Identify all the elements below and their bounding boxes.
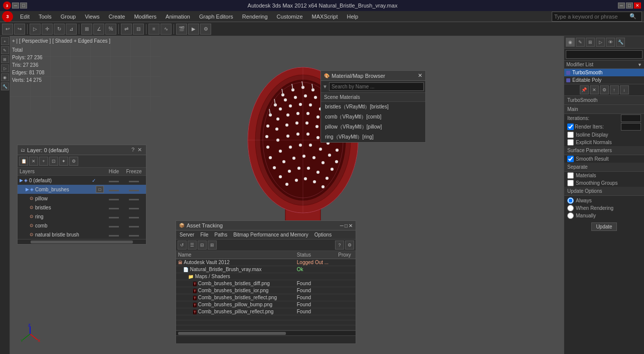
layer-add-sel-btn[interactable]: + <box>39 157 48 166</box>
layer-0-frz[interactable]: ▬▬ <box>104 178 124 183</box>
asset-panel-close-btn[interactable]: ✕ <box>349 223 353 228</box>
undo-btn[interactable]: ↩ <box>2 24 13 35</box>
asset-grid-btn[interactable]: ⊞ <box>208 241 217 250</box>
rp-search-input[interactable]: bristles <box>566 50 642 59</box>
layer-row-default[interactable]: ▶ ◈ 0 (default) ✓ ▬▬ ▬▬ <box>18 176 146 185</box>
win-control-minimize-btn[interactable]: ─ <box>12 3 19 9</box>
redo-btn[interactable]: ↪ <box>14 24 25 35</box>
asset-filter-btn[interactable]: ⊟ <box>198 241 207 250</box>
win-control-maximize-btn[interactable]: □ <box>20 3 27 9</box>
asset-menu-file[interactable]: File <box>199 231 210 238</box>
hierarchy-icon[interactable]: ⊞ <box>1 55 9 63</box>
turbsmooth-section-header[interactable]: TurboSmooth <box>564 96 644 105</box>
scale-btn[interactable]: ⊿ <box>66 24 77 35</box>
manually-radio[interactable] <box>567 212 574 219</box>
asset-list-btn[interactable]: ☰ <box>188 241 197 250</box>
win-control-min2-btn[interactable]: ─ <box>618 3 625 9</box>
smooth-result-checkbox[interactable] <box>567 156 574 162</box>
layer-comb-vis[interactable]: ▬▬ <box>104 187 124 192</box>
layer-ring-vis[interactable]: ▬▬ <box>104 214 124 219</box>
snap-btn[interactable]: ⊞ <box>81 24 92 35</box>
win-control-max2-btn[interactable]: □ <box>626 3 633 9</box>
layer-panel-title[interactable]: 🗂 Layer: 0 (default) ? ✕ <box>18 145 146 155</box>
material-search-input[interactable] <box>329 82 424 91</box>
asset-help-btn[interactable]: ? <box>335 241 344 250</box>
layer-row-natural-bristle[interactable]: ⊙ natural bristle brush ▬▬ ▬▬ <box>18 230 146 239</box>
rp-icon-4[interactable]: ▷ <box>596 38 605 47</box>
layer-btn[interactable]: ≡ <box>148 24 159 35</box>
rp-icon-2[interactable]: ✎ <box>576 38 585 47</box>
iterations-input[interactable]: 0 <box>621 114 641 122</box>
main-section-header[interactable]: Main <box>564 105 644 114</box>
layer-0-frz2[interactable]: ▬▬ <box>124 178 144 183</box>
menu-item-modifiers[interactable]: Modifiers <box>130 13 160 21</box>
angle-snap-btn[interactable]: ∠ <box>93 24 104 35</box>
layer-comb-frz[interactable]: ▬▬ <box>124 187 144 192</box>
layer-panel-close-btn[interactable]: ✕ <box>136 147 143 153</box>
asset-menu-server[interactable]: Server <box>178 231 196 238</box>
material-item-bristles[interactable]: bristles（VRayMtl）[bristles] <box>321 102 425 112</box>
render-iters-checkbox[interactable] <box>567 124 574 130</box>
motion-icon[interactable]: ▷ <box>1 64 9 72</box>
layer-row-bristles[interactable]: ⊙ bristles ▬▬ ▬▬ <box>18 203 146 212</box>
layer-panel-help-btn[interactable]: ? <box>130 147 135 153</box>
rp-icon-6[interactable]: 🔧 <box>616 38 625 47</box>
layer-row-ring[interactable]: ⊙ ring ▬▬ ▬▬ <box>18 212 146 221</box>
layer-0-vis[interactable]: ✓ <box>84 178 104 183</box>
asset-menu-options[interactable]: Options <box>313 231 333 238</box>
menu-item-group[interactable]: Group <box>57 13 80 21</box>
stack-move-down-btn[interactable]: ↓ <box>620 85 629 94</box>
material-panel-close-btn[interactable]: ✕ <box>418 72 422 79</box>
asset-row-vault[interactable]: 🏛 Autodesk Vault 2012 Logged Out ... <box>176 259 356 266</box>
menu-item-rendering[interactable]: Rendering <box>238 13 272 21</box>
asset-row-ior[interactable]: T Comb_brushes_bristles_ior.png Found <box>176 287 356 294</box>
render-btn[interactable]: ▶ <box>188 24 199 35</box>
layer-scroll-thumb[interactable] <box>31 241 133 244</box>
layer-pillow-frz[interactable]: ▬▬ <box>124 196 144 201</box>
render-settings-btn[interactable]: ⚙ <box>200 24 211 35</box>
select-btn[interactable]: ▷ <box>30 24 41 35</box>
asset-menu-bitmap[interactable]: Bitmap Performance and Memory <box>232 231 310 238</box>
asset-menu-paths[interactable]: Paths <box>213 231 229 238</box>
modifier-turbosmooth[interactable]: TurboSmooth <box>564 69 644 76</box>
always-radio[interactable] <box>567 197 574 204</box>
asset-scrollbar[interactable] <box>176 330 356 335</box>
win-control-close-btn[interactable]: ✕ <box>634 3 641 9</box>
surface-params-section-header[interactable]: Surface Parameters <box>564 146 644 155</box>
asset-panel-max-btn[interactable]: □ <box>345 223 348 228</box>
rp-icon-3[interactable]: ⊞ <box>586 38 595 47</box>
stack-delete-btn[interactable]: ✕ <box>590 85 599 94</box>
update-options-section-header[interactable]: Update Options <box>564 187 644 196</box>
layer-row-pillow[interactable]: ⊙ pillow ▬▬ ▬▬ <box>18 194 146 203</box>
materials-checkbox[interactable] <box>567 172 574 179</box>
menu-item-maxscript[interactable]: MAXScript <box>308 13 342 21</box>
layer-natural-frz[interactable]: ▬▬ <box>124 232 144 238</box>
asset-panel-min-btn[interactable]: ─ <box>340 223 344 228</box>
asset-row-diff[interactable]: T Comb_brushes_bristles_diff.png Found <box>176 280 356 287</box>
layer-ring-frz[interactable]: ▬▬ <box>124 214 144 219</box>
menu-item-graph-editors[interactable]: Graph Editors <box>195 13 237 21</box>
layer-highlight-btn[interactable]: ✦ <box>59 157 68 166</box>
layer-pillow-vis[interactable]: ▬▬ <box>104 196 124 201</box>
move-btn[interactable]: ✛ <box>42 24 53 35</box>
layer-delete-btn[interactable]: ✕ <box>29 157 38 166</box>
layer-scrollbar[interactable] <box>18 239 146 244</box>
stack-move-up-btn[interactable]: ↑ <box>610 85 619 94</box>
separate-section-header[interactable]: Separate <box>564 163 644 172</box>
when-rendering-radio[interactable] <box>567 205 574 211</box>
percent-snap-btn[interactable]: % <box>105 24 116 35</box>
material-item-comb[interactable]: comb（VRayMtl）[comb] <box>321 112 425 122</box>
modify-icon[interactable]: ✎ <box>1 46 9 54</box>
rotate-btn[interactable]: ↻ <box>54 24 65 35</box>
smoothing-groups-checkbox[interactable] <box>567 180 574 186</box>
stack-config-btn[interactable]: ⚙ <box>600 85 609 94</box>
mirror-btn[interactable]: ⇌ <box>121 24 132 35</box>
asset-row-max[interactable]: 📄 Natural_Bristle_Brush_vray.max Ok <box>176 266 356 273</box>
layer-new-btn[interactable]: 📋 <box>19 157 28 166</box>
update-button[interactable]: Update <box>591 222 616 231</box>
menu-item-create[interactable]: Create <box>104 13 129 21</box>
layer-bristles-frz[interactable]: ▬▬ <box>124 205 144 210</box>
render-scene-btn[interactable]: 🎬 <box>176 24 187 35</box>
explicit-normals-checkbox[interactable] <box>567 139 574 146</box>
display-icon[interactable]: ◉ <box>1 73 9 81</box>
